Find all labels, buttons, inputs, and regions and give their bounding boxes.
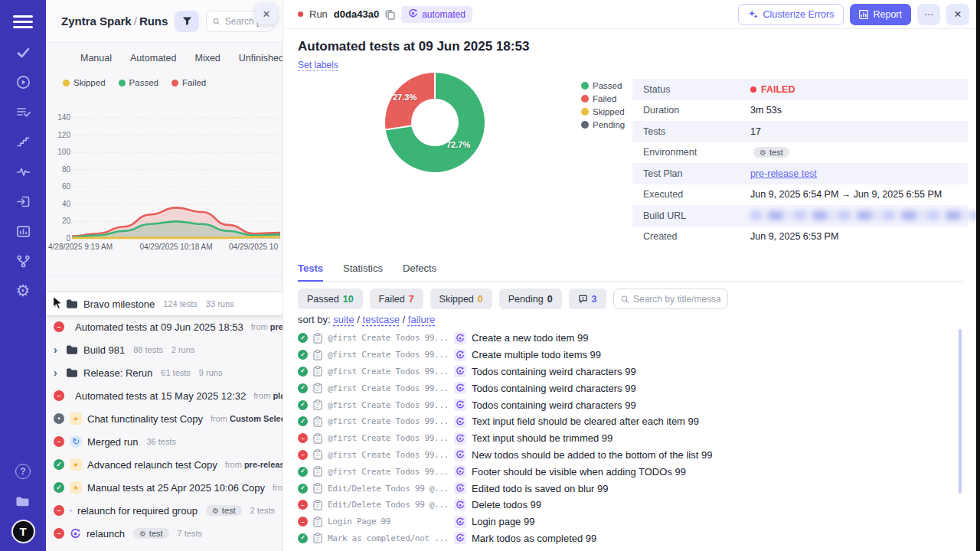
report-button[interactable]: Report [850,4,911,25]
runs-list-icon[interactable] [14,103,32,121]
run-folder-row[interactable]: ›Build 98188 tests2 runs [46,338,283,361]
tab-statistics[interactable]: Statistics [343,262,383,281]
passed-status-icon: ✓ [298,416,308,426]
test-row[interactable]: ✓Mark as completed/not ...Mark todos as … [298,530,954,547]
automated-badge[interactable]: automated [401,6,472,23]
area-plot [72,112,280,244]
test-title[interactable]: New todos should be added to the bottom … [472,449,712,461]
pulse-activity-icon[interactable] [14,162,32,181]
test-row[interactable]: ✓@first Create Todos 99...Create a new t… [298,330,954,347]
tab-tests[interactable]: Tests [298,262,323,281]
test-row[interactable]: –Edit/Delete Todos 99 @...Delete todos 9… [298,497,954,514]
test-row[interactable]: ✓@first Create Todos 99...Todos containi… [298,396,954,413]
tests-scrollbar[interactable] [959,329,962,494]
legend-skipped[interactable]: Skipped [63,78,106,87]
test-title[interactable]: Delete todos 99 [472,499,541,510]
test-title[interactable]: Edited todo is saved on blur 99 [472,483,609,494]
tests-check-icon[interactable] [14,43,32,61]
set-labels-link[interactable]: Set labels [298,60,338,71]
test-row[interactable]: –@first Create Todos 99...Text input sho… [298,430,954,447]
tests-search[interactable] [613,289,728,309]
test-row[interactable]: ✓@first Create Todos 99...Text input fie… [298,413,954,430]
test-title[interactable]: Create a new todo item 99 [472,332,588,344]
run-row[interactable]: –relaunch for required group⚙test2 tests [46,499,283,522]
close-run-button[interactable]: ✕ [946,4,969,25]
run-topbar: Run d0da43a0 automated Clusterize Errors… [284,0,980,29]
passed-status-icon: ✓ [54,459,64,470]
more-options-button[interactable]: ⋯ [917,4,940,25]
sort-testcase-link[interactable]: testcase [363,314,400,325]
test-row[interactable]: ✓@first Create Todos 99...Footer should … [298,463,954,480]
legend-failed[interactable]: Failed [172,78,206,87]
comments-filter-button[interactable]: 3 [569,289,606,309]
milestones-steps-icon[interactable] [14,132,32,151]
run-name: Automated tests at 09 Jun 2025 18:53 [75,321,243,333]
passed-percent-label: 72.7% [446,140,470,149]
legend-pending[interactable]: Pending [581,120,625,129]
test-row[interactable]: –@first Create Todos 99...New todos shou… [298,447,954,464]
test-title[interactable]: Footer should be visible when adding TOD… [472,466,686,478]
test-row[interactable]: ✓@first Create Todos 99...Create multipl… [298,347,954,364]
tab-defects[interactable]: Defects [403,262,436,281]
failed-status-icon: – [54,321,64,332]
legend-skipped[interactable]: Skipped [581,107,625,116]
test-title[interactable]: Create multiple todo items 99 [472,349,601,360]
tab-automated[interactable]: Automated [130,53,176,64]
analytics-icon[interactable] [14,222,32,240]
test-row[interactable]: ✓Edit/Delete Todos 99 @...Edited todo is… [298,480,954,497]
run-row[interactable]: ✓✶Advanced relaunch test Copyfrom pre-re… [46,453,283,476]
clusterize-errors-button[interactable]: Clusterize Errors [738,4,844,25]
run-row[interactable]: –↻Merged run36 tests [46,430,283,453]
screen-edge-strip [976,0,980,551]
environment-pill[interactable]: ⚙test [753,147,789,158]
test-title[interactable]: Login page 99 [472,516,534,527]
run-folder-row[interactable]: ›Bravo milestone124 tests33 runs [46,292,283,315]
copy-run-id-icon[interactable] [385,9,395,20]
run-meta: 2 tests [250,506,275,515]
settings-gear-icon[interactable]: ⚙ [14,282,32,300]
sort-failure-link[interactable]: failure [408,314,435,325]
help-icon[interactable]: ? [15,464,31,479]
legend-passed[interactable]: Passed [581,81,625,90]
tests-search-input[interactable] [633,294,720,305]
legend-failed[interactable]: Failed [581,94,625,103]
passed-status-icon: ✓ [298,467,308,477]
sort-suite-link[interactable]: suite [333,314,354,325]
test-title[interactable]: Todos containing weird characters 99 [472,366,636,377]
run-row[interactable]: –Automated tests at 15 May 2025 12:32fro… [46,384,283,407]
legend-passed[interactable]: Passed [119,78,158,87]
test-title[interactable]: Mark todos as completed 99 [472,533,596,544]
run-row[interactable]: –Automated tests at 09 Jun 2025 18:53fro… [46,315,283,338]
run-row[interactable]: ✓✶Manual tests at 25 Apr 2025 10:06 Copy… [46,476,283,499]
tests-list: ✓@first Create Todos 99...Create a new t… [298,330,954,551]
project-name[interactable]: Zyntra Spark [61,15,132,28]
test-row[interactable]: ✓@first Create Todos 99...Todos containi… [298,380,954,396]
run-row[interactable]: •✶Chat functinality test Copyfrom Custom… [46,407,283,430]
tab-mixed[interactable]: Mixed [194,53,220,64]
filter-skipped-button[interactable]: Skipped 0 [430,289,492,309]
test-row[interactable]: –Login Page 99Login page 99 [298,514,954,530]
test-title[interactable]: Todos containing weird characters 99 [472,383,636,394]
test-title[interactable]: Text input field should be cleared after… [472,416,699,427]
run-row[interactable]: –relaunch⚙test7 tests [46,522,283,545]
filter-button[interactable] [175,11,199,32]
tab-unfinished[interactable]: Unfinished [239,53,283,64]
import-icon[interactable] [14,192,32,210]
filter-passed-button[interactable]: Passed 10 [298,289,363,309]
test-title[interactable]: Text input should be trimmed 99 [472,432,612,444]
chevron-right-icon[interactable]: › [54,367,60,378]
test-plan-link[interactable]: pre-release test [750,168,817,179]
filter-pending-button[interactable]: Pending 0 [499,289,562,309]
test-title[interactable]: Todos containing weird characters 99 [472,399,636,411]
chevron-right-icon[interactable]: › [54,344,60,355]
test-row[interactable]: ✓@first Create Todos 99...Todos containi… [298,364,954,380]
tab-manual[interactable]: Manual [80,53,112,64]
run-play-icon[interactable] [14,73,32,91]
panel-close-button[interactable]: ✕ [256,3,277,24]
hamburger-menu-icon[interactable] [13,12,33,31]
projects-folder-icon[interactable] [14,492,32,510]
app-logo[interactable]: T [13,521,34,542]
branches-icon[interactable] [14,252,32,270]
run-folder-row[interactable]: ›Release: Rerun61 tests9 runs [46,361,283,384]
filter-failed-button[interactable]: Failed 7 [370,289,423,309]
